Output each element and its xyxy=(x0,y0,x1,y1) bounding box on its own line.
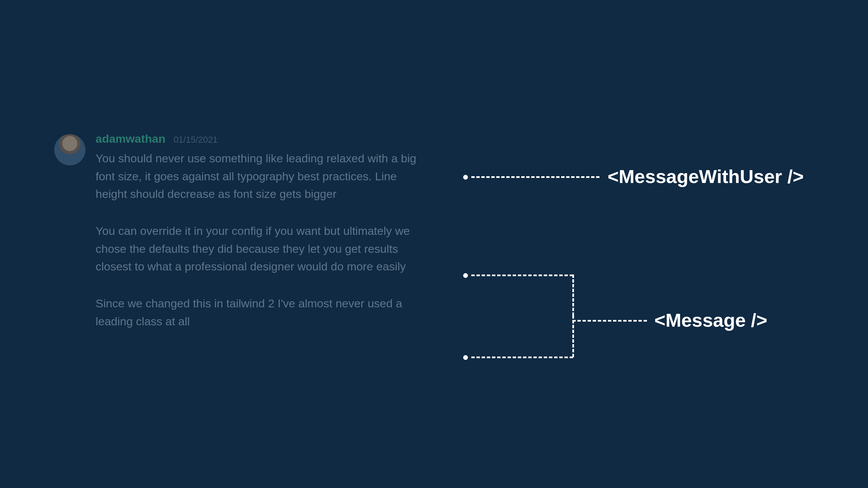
pointer-dot-icon xyxy=(463,273,468,278)
pointer-dot-icon xyxy=(463,175,468,180)
message-body: adamwathan 01/15/2021 You should never u… xyxy=(96,132,427,330)
component-label-message-with-user: <MessageWithUser /> xyxy=(608,165,804,187)
pointer-line xyxy=(572,274,574,316)
chat-message: adamwathan 01/15/2021 You should never u… xyxy=(54,132,427,330)
timestamp: 01/15/2021 xyxy=(174,135,218,145)
pointer-line xyxy=(471,274,573,276)
message-paragraph: Since we changed this in tailwind 2 I've… xyxy=(96,294,421,330)
message-paragraph: You can override it in your config if yo… xyxy=(96,222,421,276)
slide: adamwathan 01/15/2021 You should never u… xyxy=(0,0,868,488)
pointer-line xyxy=(572,320,647,322)
avatar xyxy=(54,134,85,165)
username: adamwathan xyxy=(96,132,165,145)
component-label-message: <Message /> xyxy=(654,309,767,331)
pointer-line xyxy=(471,176,599,178)
pointer-line xyxy=(471,357,573,358)
pointer-dot-icon xyxy=(463,355,468,360)
message-paragraph: You should never use something like lead… xyxy=(96,149,421,203)
message-header: adamwathan 01/15/2021 xyxy=(96,132,427,145)
